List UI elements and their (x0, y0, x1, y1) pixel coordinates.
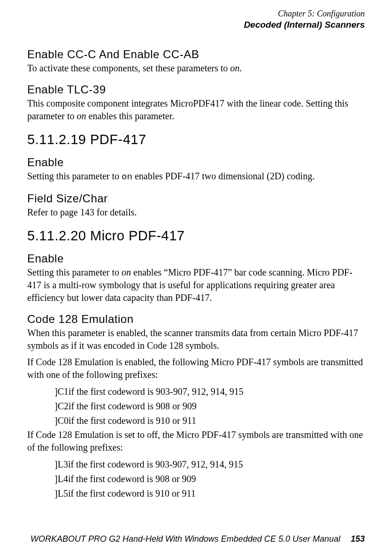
list-item: ]L5if the first codeword is 910 or 911 (54, 487, 365, 500)
text-mono: on (122, 172, 132, 182)
list-item: ]C0if the first codeword is 910 or 911 (54, 414, 365, 428)
heading-code128-emu: Code 128 Emulation (27, 313, 365, 326)
para-enable-cc: To activate these components, set these … (27, 62, 365, 75)
heading-enable-tlc39: Enable TLC-39 (27, 83, 365, 96)
heading-field-size: Field Size/Char (27, 192, 365, 205)
page-header: Chapter 5: Configuration Decoded (Intern… (27, 8, 365, 30)
para-code128-3: If Code 128 Emulation is set to off, the… (27, 429, 365, 454)
heading-micro-enable: Enable (27, 252, 365, 265)
para-pdf417-enable: Setting this parameter to on enables PDF… (27, 170, 365, 184)
text: . (239, 63, 242, 73)
text: Setting this parameter to (27, 267, 122, 277)
page-number: 153 (340, 534, 365, 544)
list-item: ]L3if the first codeword is 903-907, 912… (54, 458, 365, 471)
footer-text: WORKABOUT PRO G2 Hand-Held With Windows … (31, 534, 340, 544)
text: Setting this parameter to (27, 171, 122, 181)
para-micro-enable: Setting this parameter to on enables “Mi… (27, 266, 365, 304)
heading-enable-cc: Enable CC-C And Enable CC-AB (27, 48, 365, 61)
page: Chapter 5: Configuration Decoded (Intern… (0, 0, 392, 560)
para-code128-2: If Code 128 Emulation is enabled, the fo… (27, 356, 365, 381)
page-footer: WORKABOUT PRO G2 Hand-Held With Windows … (31, 534, 365, 544)
heading-micro-pdf417: 5.11.2.20 Micro PDF-417 (27, 228, 365, 244)
heading-pdf417-enable: Enable (27, 156, 365, 169)
heading-pdf417: 5.11.2.19 PDF-417 (27, 132, 365, 147)
text: This composite component integrates Micr… (27, 98, 348, 121)
para-enable-tlc39: This composite component integrates Micr… (27, 97, 365, 123)
text: enables this parameter. (86, 111, 175, 121)
list-item: ]C1if the first codeword is 903-907, 912… (54, 385, 365, 399)
header-section: Decoded (Internal) Scanners (27, 19, 365, 31)
text-em: on (77, 111, 86, 121)
para-code128-1: When this parameter is enabled, the scan… (27, 327, 365, 352)
text: To activate these components, set these … (27, 63, 230, 73)
list-item: ]C2if the first codeword is 908 or 909 (54, 399, 365, 413)
header-chapter: Chapter 5: Configuration (27, 8, 365, 19)
para-field-size: Refer to page 143 for details. (27, 206, 365, 219)
text-em: on (230, 63, 239, 73)
text-em: on (122, 267, 131, 277)
list-item: ]L4if the first codeword is 908 or 909 (54, 472, 365, 486)
text: enables PDF-417 two dimensional (2D) cod… (132, 171, 315, 181)
